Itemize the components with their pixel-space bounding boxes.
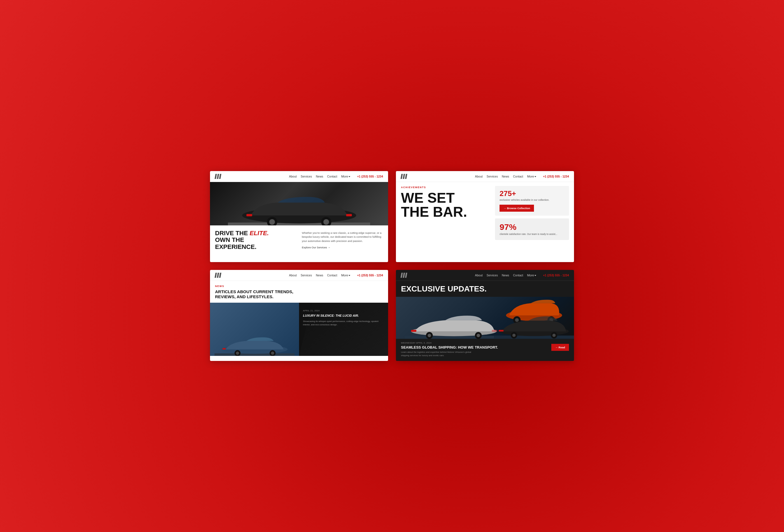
nav-contact-2[interactable]: Contact — [513, 175, 523, 178]
article-date: APRIL 21, 2024 — [303, 309, 384, 312]
card-news: About Services News Contact More +1 (253… — [210, 270, 388, 361]
stat-box-2: 97% clientele satisfaction rate. Our tea… — [495, 218, 569, 240]
nav-more-1[interactable]: More — [341, 175, 350, 178]
nav-more-2[interactable]: More — [527, 175, 536, 178]
big-headline: WE SET THE BAR. — [401, 191, 489, 219]
achievements-label: ACHIEVEMENTS — [401, 186, 489, 189]
svg-point-27 — [477, 334, 480, 337]
read-button-area: → Read — [551, 342, 569, 351]
achievements-left: ACHIEVEMENTS WE SET THE BAR. — [401, 186, 489, 256]
nav-3: About Services News Contact More +1 (253… — [210, 270, 388, 281]
hero-headline: DRIVE THE ELITE. OWN THE EXPERIENCE. — [215, 230, 296, 250]
svg-point-11 — [236, 352, 239, 355]
hero-body: Whether you're seeking a rare classic, a… — [302, 231, 383, 243]
nav-about-1[interactable]: About — [289, 175, 297, 178]
hero-content: DRIVE THE ELITE. OWN THE EXPERIENCE. Whe… — [210, 225, 388, 255]
stat-number-1: 275+ — [500, 190, 564, 197]
article-image — [210, 303, 299, 356]
svg-point-32 — [512, 334, 515, 337]
nav-more-4[interactable]: More — [527, 274, 536, 277]
logo-4 — [401, 273, 407, 278]
nav-about-2[interactable]: About — [475, 175, 482, 178]
achievements-right: 275+ exclusive vehicles available in our… — [495, 186, 569, 256]
porsche-car-svg — [228, 193, 370, 225]
svg-point-5 — [269, 219, 275, 225]
cars-image-area — [396, 297, 574, 339]
nav-contact-3[interactable]: Contact — [327, 274, 337, 277]
logo-1 — [215, 174, 221, 179]
nav-news-3[interactable]: News — [316, 274, 323, 277]
article-body: Showcasing its whisper-quiet performance… — [303, 320, 384, 327]
nav-1: About Services News Contact More +1 (253… — [210, 171, 388, 182]
audi-silver-svg — [405, 314, 503, 338]
stat-number-2: 97% — [500, 222, 564, 232]
article-title: LUXURY IN SILENCE: THE LUCID AIR. — [303, 314, 384, 317]
nav-2: About Services News Contact More +1 (253… — [396, 171, 574, 182]
article2-title: SEAMLESS GLOBAL SHIPPING: HOW WE TRANSPO… — [401, 345, 498, 350]
stat-box-1: 275+ exclusive vehicles available in our… — [495, 186, 569, 216]
nav-links-4: About Services News Contact More +1 (253… — [475, 274, 569, 277]
nav-services-3[interactable]: Services — [301, 274, 312, 277]
audi-black-svg — [494, 315, 574, 339]
nav-phone-3: +1 (253) 555 - 1234 — [357, 274, 383, 277]
svg-point-13 — [271, 352, 274, 355]
chevron-icon-3 — [348, 275, 350, 276]
exclusive-headline: EXCLUSIVE UPDATES. — [401, 285, 569, 293]
hero-headline-area: DRIVE THE ELITE. OWN THE EXPERIENCE. — [215, 230, 296, 250]
nav-news-4[interactable]: News — [502, 274, 509, 277]
hero-body-area: Whether you're seeking a rare classic, a… — [302, 230, 383, 250]
article2-date: WEDNESDAY APRIL 3, 2024 — [401, 342, 498, 344]
logo-2 — [401, 174, 407, 179]
nav-news-1[interactable]: News — [316, 175, 323, 178]
stat-desc-2: clientele satisfaction rate. Our team is… — [500, 233, 564, 236]
nav-links-1: About Services News Contact More +1 (253… — [289, 175, 383, 178]
nav-news-2[interactable]: News — [502, 175, 509, 178]
news-label: NEWS — [215, 285, 383, 287]
exclusive-content: EXCLUSIVE UPDATES. — [396, 281, 574, 293]
logo-3 — [215, 273, 221, 278]
exclusive-lower: WEDNESDAY APRIL 3, 2024 SEAMLESS GLOBAL … — [396, 339, 574, 361]
nav-phone-2: +1 (253) 555 - 1234 — [543, 175, 569, 178]
card-hero: About Services News Contact More +1 (253… — [210, 171, 388, 262]
nav-about-4[interactable]: About — [475, 274, 482, 277]
page-grid: About Services News Contact More +1 (253… — [210, 171, 574, 361]
chevron-icon-1 — [348, 176, 350, 177]
stat-desc-1: exclusive vehicles available in our coll… — [500, 198, 564, 202]
read-button[interactable]: → Read — [551, 344, 569, 351]
nav-contact-1[interactable]: Contact — [327, 175, 337, 178]
article2-body: Learn about the logistics and expertise … — [401, 351, 474, 357]
nav-4: About Services News Contact More +1 (253… — [396, 270, 574, 281]
lucid-car-svg — [215, 336, 295, 356]
svg-point-34 — [553, 334, 556, 337]
chevron-icon-2 — [534, 176, 536, 177]
news-section-headline: ARTICLES ABOUT CURRENT TRENDS, REVIEWS, … — [215, 289, 383, 299]
nav-more-3[interactable]: More — [341, 274, 350, 277]
svg-rect-30 — [499, 330, 503, 332]
news-content: NEWS ARTICLES ABOUT CURRENT TRENDS, REVI… — [210, 281, 388, 299]
article-text-area: APRIL 21, 2024 LUXURY IN SILENCE: THE LU… — [299, 303, 388, 356]
card-exclusive: About Services News Contact More +1 (253… — [396, 270, 574, 361]
nav-contact-4[interactable]: Contact — [513, 274, 523, 277]
elite-text: ELITE. — [250, 230, 269, 236]
svg-rect-2 — [246, 214, 252, 216]
nav-services-2[interactable]: Services — [487, 175, 498, 178]
nav-links-3: About Services News Contact More +1 (253… — [289, 274, 383, 277]
nav-services-4[interactable]: Services — [487, 274, 498, 277]
nav-phone-4: +1 (253) 555 - 1234 — [543, 274, 569, 277]
hero-image — [210, 182, 388, 225]
browse-button[interactable]: → Browse Collection — [500, 205, 534, 212]
article2-text: WEDNESDAY APRIL 3, 2024 SEAMLESS GLOBAL … — [401, 342, 498, 357]
nav-links-2: About Services News Contact More +1 (253… — [475, 175, 569, 178]
svg-rect-14 — [223, 348, 226, 350]
explore-link[interactable]: Explore Our Services → — [302, 246, 383, 249]
news-article-area: APRIL 21, 2024 LUXURY IN SILENCE: THE LU… — [210, 303, 388, 356]
svg-point-25 — [427, 334, 431, 337]
svg-rect-22 — [411, 330, 416, 332]
svg-rect-3 — [346, 214, 352, 216]
nav-phone-1: +1 (253) 555 - 1234 — [357, 175, 383, 178]
chevron-icon-4 — [534, 275, 536, 276]
achievements-content: ACHIEVEMENTS WE SET THE BAR. 275+ exclus… — [396, 182, 574, 260]
card-achievements: About Services News Contact More +1 (253… — [396, 171, 574, 262]
nav-services-1[interactable]: Services — [301, 175, 312, 178]
nav-about-3[interactable]: About — [289, 274, 297, 277]
